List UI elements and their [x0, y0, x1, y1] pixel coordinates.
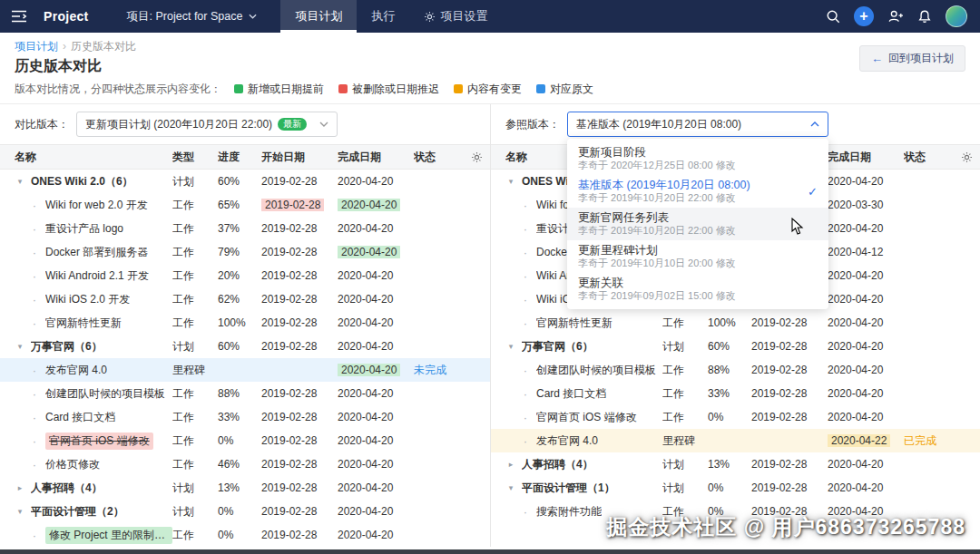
table-row[interactable]: · 官网新特性更新 工作 100% 2019-02-28 2020-04-20 [0, 311, 490, 335]
table-row[interactable]: · Wiki for web 2.0 开发 工作 65% 2019-02-28 … [0, 193, 490, 217]
notification-bell-icon[interactable] [917, 9, 932, 24]
table-row[interactable]: ▾ 万事官网（6） 计划 60% 2019-02-28 2020-04-20 [0, 335, 490, 358]
expand-collapse-icon[interactable]: ▾ [15, 507, 25, 516]
tab-label: 项目设置 [440, 8, 487, 24]
reference-version-label: 参照版本： [505, 117, 560, 132]
task-name: 重设计产品 logo [45, 221, 123, 237]
invite-member-icon[interactable] [887, 9, 904, 24]
table-row[interactable]: · 重设计产品 logo 工作 37% 2019-02-28 2020-04-2… [0, 217, 490, 240]
table-row[interactable]: · Card 接口文档 工作 33% 2019-02-28 2020-04-20 [491, 382, 980, 405]
hamburger-icon [11, 10, 27, 23]
table-row[interactable]: · 创建团队时候的项目模板 工作 88% 2019-02-28 2020-04-… [491, 358, 980, 382]
task-end-date: 2020-04-22 [828, 434, 904, 447]
table-row[interactable]: · 发布官网 4.0 里程碑 2020-04-22 已完成 [491, 429, 980, 452]
table-row[interactable]: ▾ 平面设计管理（2） 计划 0% 2019-02-28 2020-04-20 [0, 500, 490, 523]
table-row[interactable]: · 创建团队时候的项目模板 工作 88% 2019-02-28 2020-04-… [0, 382, 490, 405]
expand-collapse-icon[interactable]: ▾ [15, 177, 25, 186]
version-option-meta: 李奇于 2019年10月10日 20:00 修改 [578, 258, 736, 269]
project-selector[interactable]: 项目: Project for Space [113, 0, 272, 33]
compare-panel-left: 对比版本： 更新项目计划 (2020年10月20日 22:00) 最新 名称 类… [0, 104, 490, 547]
user-avatar[interactable] [946, 5, 967, 27]
bullet-dot: · [29, 364, 40, 377]
column-header-progress[interactable]: 进度 [218, 150, 261, 165]
table-row[interactable]: · 修改 Project 里的限制信... 工作 0% 2019-02-28 2… [0, 523, 490, 547]
breadcrumb-separator: › [63, 40, 66, 53]
table-row[interactable]: · 价格页修改 工作 46% 2019-02-28 2020-04-20 [0, 452, 490, 476]
table-row[interactable]: ▾ ONES Wiki 2.0（6） 计划 60% 2019-02-28 202… [0, 170, 490, 193]
expand-collapse-icon[interactable]: ▾ [505, 483, 516, 492]
task-name-cell: ▸ 人事招聘（4） [15, 481, 172, 496]
legend-color-swatch [454, 84, 463, 93]
table-row[interactable]: · Card 接口文档 工作 33% 2019-02-28 2020-04-20 [0, 405, 490, 429]
table-row[interactable]: · Wiki iOS 2.0 开发 工作 62% 2019-02-28 2020… [0, 287, 490, 311]
table-row[interactable]: ▾ 平面设计管理（1） 计划 0% 2019-02-28 2020-04-20 [491, 476, 980, 500]
compare-version-select[interactable]: 更新项目计划 (2020年10月20日 22:00) 最新 [76, 112, 338, 137]
bottom-bar [0, 549, 980, 554]
sidebar-toggle-button[interactable] [0, 0, 38, 33]
task-name: 万事官网（6） [31, 339, 103, 355]
column-header-end[interactable]: 完成日期 [338, 150, 414, 165]
column-header-status[interactable]: 状态 [904, 150, 951, 165]
expand-collapse-icon[interactable]: ▾ [505, 342, 516, 351]
project-selector-label: 项目: Project for Space [127, 9, 243, 24]
task-type: 计划 [172, 339, 218, 355]
column-settings-gear-icon[interactable] [461, 151, 483, 163]
task-type: 工作 [172, 410, 218, 425]
search-icon[interactable] [826, 9, 840, 24]
breadcrumb-link-project-plan[interactable]: 项目计划 [15, 40, 58, 53]
table-row[interactable]: ▾ 万事官网（6） 计划 60% 2019-02-28 2020-04-20 [491, 335, 980, 358]
legend-color-swatch [536, 84, 545, 93]
column-header-start[interactable]: 开始日期 [261, 150, 338, 165]
tab-项目设置[interactable]: 项目设置 [409, 0, 502, 33]
task-type: 计划 [172, 481, 218, 496]
task-progress: 20% [218, 269, 261, 282]
table-row[interactable]: · 官网首页 iOS 端修改 工作 0% 2019-02-28 2020-04-… [0, 429, 490, 452]
column-header-status[interactable]: 状态 [414, 150, 461, 165]
table-row[interactable]: · 发布官网 4.0 里程碑 2020-04-20 未完成 [0, 358, 490, 382]
tab-项目计划[interactable]: 项目计划 [280, 0, 357, 33]
expand-collapse-icon[interactable]: ▸ [505, 460, 516, 469]
back-to-plan-button[interactable]: ← 回到项目计划 [859, 45, 965, 72]
expand-collapse-icon[interactable]: ▸ [15, 483, 25, 492]
column-header-end[interactable]: 完成日期 [828, 150, 904, 165]
table-row[interactable]: · Wiki Android 2.1 开发 工作 20% 2019-02-28 … [0, 264, 490, 287]
column-header-type[interactable]: 类型 [172, 150, 218, 165]
task-start-date: 2019-02-28 [261, 199, 338, 211]
bullet-dot: · [520, 505, 531, 519]
version-option[interactable]: 更新里程碑计划李奇于 2019年10月10日 20:00 修改 [567, 240, 828, 273]
bullet-dot: · [29, 293, 40, 306]
task-progress: 33% [708, 387, 751, 400]
reference-version-select[interactable]: 基准版本 (2019年10月20日 08:00) [567, 112, 828, 137]
table-row[interactable]: · 官网首页 iOS 端修改 工作 0% 2019-02-28 2020-04-… [491, 405, 980, 429]
task-name: Card 接口文档 [45, 410, 115, 425]
table-row[interactable]: · Docker 部署到服务器 工作 79% 2019-02-28 2020-0… [0, 240, 490, 264]
version-option[interactable]: 更新项目阶段李奇于 2020年12月25日 08:00 修改 [567, 142, 828, 175]
task-type: 计划 [662, 339, 708, 355]
table-row[interactable]: ▸ 人事招聘（4） 计划 13% 2019-02-28 2020-04-20 [491, 452, 980, 476]
table-row[interactable]: ▸ 人事招聘（4） 计划 13% 2019-02-28 2020-04-20 [0, 476, 490, 500]
topbar-tabs: 项目计划执行项目设置 [280, 0, 502, 33]
task-name-cell: · 修改 Project 里的限制信... [15, 527, 172, 544]
task-name: 价格页修改 [45, 457, 100, 472]
task-end-date: 2020-04-20 [828, 481, 904, 494]
column-settings-gear-icon[interactable] [951, 151, 973, 163]
table-row[interactable]: · 官网新特性更新 工作 100% 2019-02-28 2020-04-20 [491, 311, 980, 335]
expand-collapse-icon[interactable]: ▾ [15, 342, 25, 351]
version-option[interactable]: 更新关联李奇于 2019年09月02日 15:00 修改 [567, 273, 828, 306]
task-type: 工作 [172, 268, 218, 284]
task-start-date: 2019-02-28 [751, 316, 828, 329]
column-header-name[interactable]: 名称 [15, 150, 172, 165]
task-type: 工作 [172, 198, 218, 213]
create-button[interactable]: + [854, 6, 874, 26]
task-progress: 60% [218, 175, 261, 188]
expand-collapse-icon[interactable]: ▾ [505, 177, 516, 186]
task-name-cell: ▸ 人事招聘（4） [505, 457, 662, 472]
bullet-dot: · [29, 222, 40, 236]
tab-执行[interactable]: 执行 [357, 0, 409, 33]
task-name-cell: · 官网新特性更新 [15, 316, 172, 331]
legend-item: 内容有变更 [454, 82, 522, 96]
version-option[interactable]: 基准版本 (2019年10月20日 08:00)李奇于 2019年10月20日 … [567, 175, 828, 208]
task-name: 官网首页 iOS 端修改 [45, 433, 153, 450]
task-type: 工作 [172, 433, 218, 449]
version-option[interactable]: 更新官网任务列表李奇于 2019年10月20日 22:00 修改 [567, 208, 828, 240]
